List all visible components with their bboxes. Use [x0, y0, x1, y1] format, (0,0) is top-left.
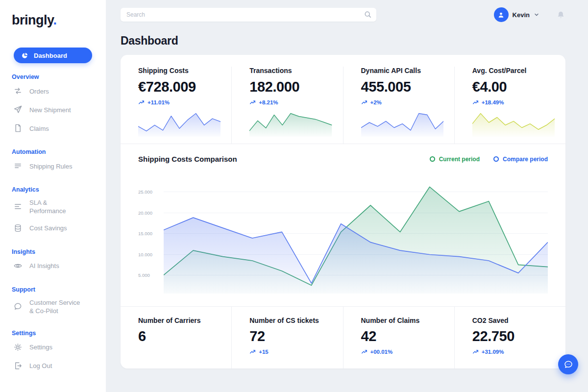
search-input[interactable]	[121, 8, 376, 22]
kpi-trend: +15	[249, 348, 332, 355]
legend-current-period[interactable]: Current period	[430, 156, 480, 163]
lines-icon	[13, 202, 23, 213]
repeat-icon	[13, 86, 23, 97]
sidebar-item-label: AI Insights	[29, 262, 59, 270]
sparkline-dynamic-api-calls	[361, 107, 443, 137]
nav-section-analytics: Analytics SLA & Performance Cost Savings	[0, 186, 106, 238]
kpi-label: CO2 Saved	[472, 317, 555, 324]
y-axis-tick: 10.000	[138, 252, 164, 257]
legend-label: Compare period	[503, 156, 548, 163]
kpi-value: 6	[138, 328, 220, 344]
trend-up-icon	[361, 348, 368, 355]
sidebar-item-dashboard[interactable]: Dashboard	[14, 48, 92, 63]
search-bar	[121, 8, 376, 22]
section-title-settings: Settings	[12, 330, 94, 337]
comparison-section: Shipping Costs Comparison Current period…	[121, 144, 565, 306]
sidebar-item-new-shipment[interactable]: New Shipment	[12, 101, 94, 120]
kpi-trend-value: +8.21%	[259, 99, 278, 105]
section-title-automation: Automation	[12, 148, 94, 155]
kpi-value: 182.000	[249, 79, 332, 95]
legend-dot-compare	[493, 156, 499, 162]
kpi-avg-cost-parcel: Avg. Cost/Parcel €4.00 +18.49%	[454, 67, 565, 144]
sparkline-transactions	[249, 107, 332, 137]
chevron-down-icon[interactable]	[534, 12, 539, 18]
kpi-transactions: Transactions 182.000 +8.21%	[231, 67, 343, 144]
kpi-value: 22.750	[472, 328, 555, 344]
trend-up-icon	[249, 348, 256, 355]
nav-section-automation: Automation Shipping Rules	[0, 148, 106, 176]
search-icon[interactable]	[364, 10, 372, 19]
nav-section-overview: Overview Orders New Shipment Claims	[0, 74, 106, 138]
kpi-shipping-costs: Shipping Costs €728.009 +11.01%	[121, 67, 231, 144]
sidebar-item-ai-insights[interactable]: AI Insights	[12, 257, 94, 276]
kpi-trend: +18.49%	[472, 99, 555, 105]
user-cluster: Kevin	[494, 7, 565, 22]
kpi-trend-value: +31.09%	[482, 349, 504, 355]
legend-dot-current	[430, 156, 435, 162]
kpi-value: 455.005	[361, 79, 443, 95]
sidebar-item-sla-performance[interactable]: SLA & Performance	[12, 195, 94, 220]
comparison-chart: 25.00020.00015.00010.0005.000	[138, 181, 548, 294]
chat-icon	[13, 302, 23, 313]
kpi-value: €4.00	[472, 79, 555, 95]
y-axis-tick: 5.000	[138, 272, 164, 278]
section-title-support: Support	[12, 286, 94, 293]
trend-up-icon	[249, 99, 256, 105]
sidebar-item-claims[interactable]: Claims	[12, 120, 94, 138]
kpi-trend: +8.21%	[249, 99, 332, 105]
rules-icon	[13, 161, 23, 172]
chart-legend: Current period Compare period	[430, 156, 548, 163]
kpi-label: Number of CS tickets	[249, 317, 332, 324]
kpi-number-of-claims: Number of Claims 42 +00.01%	[343, 307, 454, 368]
brand-name: bringly	[12, 13, 53, 27]
legend-label: Current period	[439, 156, 480, 163]
sidebar-item-label: New Shipment	[29, 106, 71, 115]
kpi-label: Transactions	[249, 67, 332, 74]
sidebar-item-label: Customer Service & Co-Pilot	[29, 299, 80, 316]
sidebar-item-shipping-rules[interactable]: Shipping Rules	[12, 157, 94, 176]
sidebar-item-settings[interactable]: Settings	[12, 339, 94, 357]
chat-fab-button[interactable]	[558, 354, 578, 374]
gear-icon	[13, 343, 23, 353]
document-icon	[13, 123, 23, 134]
kpi-trend-value: +18.49%	[482, 99, 504, 105]
sidebar-item-log-out[interactable]: Log Out	[12, 357, 94, 376]
sidebar-item-orders[interactable]: Orders	[12, 82, 94, 101]
sidebar-item-label: Cost Savings	[29, 224, 67, 233]
send-icon	[13, 105, 23, 116]
sidebar-item-customer-service[interactable]: Customer Service & Co-Pilot	[12, 295, 94, 319]
kpi-value: 72	[249, 328, 332, 344]
kpi-trend: +00.01%	[361, 348, 443, 355]
sidebar: bringly. Dashboard Overview Orders New S…	[0, 0, 106, 392]
logout-icon	[13, 361, 23, 372]
sidebar-item-cost-savings[interactable]: Cost Savings	[12, 220, 94, 238]
y-axis-tick: 25.000	[138, 189, 164, 195]
user-name[interactable]: Kevin	[513, 11, 530, 19]
kpi-label: Shipping Costs	[138, 67, 220, 74]
legend-compare-period[interactable]: Compare period	[493, 156, 548, 163]
avatar[interactable]	[494, 7, 509, 22]
kpi-value: €728.009	[138, 79, 220, 95]
kpi-label: Number of Carriers	[138, 317, 220, 324]
kpi-value: 42	[361, 328, 443, 344]
y-axis-tick: 20.000	[138, 210, 164, 216]
kpi-number-of-carriers: Number of Carriers 6	[121, 307, 231, 368]
brand-logo: bringly.	[0, 13, 106, 28]
page-title: Dashboard	[121, 34, 565, 48]
eye-icon	[13, 261, 23, 272]
kpi-trend-value: +2%	[370, 99, 382, 105]
section-title-analytics: Analytics	[12, 186, 94, 193]
chat-bubble-icon	[563, 359, 574, 370]
kpi-trend: +11.01%	[138, 99, 220, 105]
kpi-dynamic-api-calls: Dynamic API Calls 455.005 +2%	[343, 67, 454, 144]
kpi-row-bottom: Number of Carriers 6 Number of CS ticket…	[121, 307, 565, 368]
trend-up-icon	[472, 348, 479, 355]
kpi-row-top: Shipping Costs €728.009 +11.01% Transact…	[121, 67, 565, 144]
comparison-title: Shipping Costs Comparison	[138, 155, 237, 163]
main-content: Kevin Dashboard Shipping Costs €728.009 …	[106, 0, 588, 392]
sidebar-item-label: Dashboard	[34, 52, 67, 59]
section-title-insights: Insights	[12, 248, 94, 255]
trend-up-icon	[472, 99, 479, 105]
nav-section-insights: Insights AI Insights	[0, 248, 106, 276]
bell-icon[interactable]	[556, 10, 565, 20]
